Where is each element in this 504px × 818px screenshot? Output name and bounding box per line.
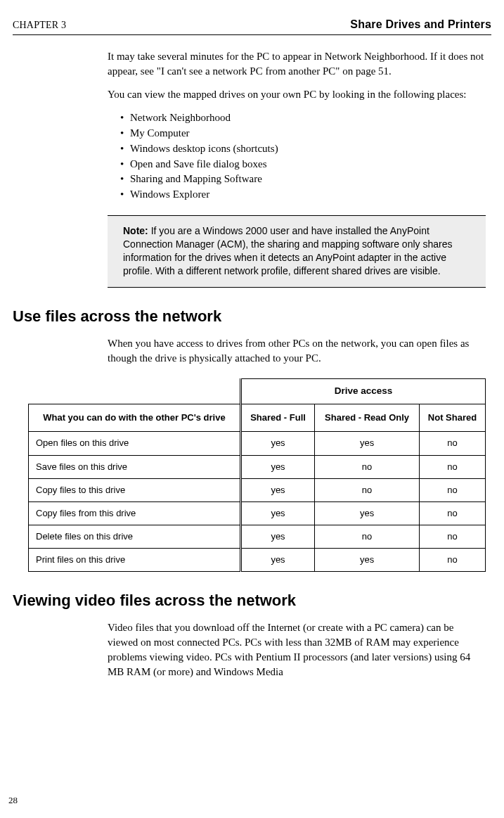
page-number: 28: [8, 794, 18, 807]
page-header: CHAPTER 3 Share Drives and Printers: [13, 17, 491, 35]
table-cell: no: [315, 525, 420, 549]
table-cell: yes: [240, 455, 314, 478]
section2-paragraph: Video files that you download off the In…: [108, 620, 486, 679]
table-row-header-col: What you can do with the other PC's driv…: [29, 404, 241, 432]
table-cell: yes: [240, 549, 314, 572]
table-col-header: Shared - Full: [240, 404, 314, 432]
table-row: Print files on this drive yes yes no: [29, 549, 486, 572]
table-cell: yes: [240, 478, 314, 501]
table-row-label: Copy files to this drive: [29, 478, 241, 501]
list-item: Open and Save file dialog boxes: [120, 157, 486, 172]
table-cell: yes: [240, 432, 314, 455]
intro-block: It may take several minutes for the PC t…: [108, 49, 486, 288]
section1-body: When you have access to drives from othe…: [108, 336, 486, 366]
table-cell: no: [420, 501, 486, 525]
table-cell: no: [420, 432, 486, 455]
section2-body: Video files that you download off the In…: [108, 620, 486, 679]
table-cell: no: [420, 549, 486, 572]
drive-access-table: Drive access What you can do with the ot…: [28, 378, 486, 572]
section-heading-use-files: Use files across the network: [13, 306, 491, 328]
list-item: Windows Explorer: [120, 187, 486, 203]
intro-bullet-list: Network Neighborhood My Computer Windows…: [120, 110, 486, 203]
table-cell: no: [420, 478, 486, 501]
table-cell: yes: [240, 525, 314, 549]
table-row: Copy files from this drive yes yes no: [29, 501, 486, 525]
header-title: Share Drives and Printers: [350, 17, 491, 32]
table-col-header: Not Shared: [420, 404, 486, 432]
table-row: Save files on this drive yes no no: [29, 455, 486, 478]
table-row: Delete files on this drive yes no no: [29, 525, 486, 549]
intro-paragraph-2: You can view the mapped drives on your o…: [108, 87, 486, 102]
table-cell: yes: [315, 501, 420, 525]
drive-access-table-wrap: Drive access What you can do with the ot…: [28, 378, 486, 572]
table-row: Open files on this drive yes yes no: [29, 432, 486, 455]
note-box: Note: If you are a Windows 2000 user and…: [108, 216, 486, 288]
table-corner-empty: [29, 379, 241, 404]
chapter-label: CHAPTER 3: [13, 18, 66, 32]
table-row-label: Delete files on this drive: [29, 525, 241, 549]
table-row: Drive access: [29, 379, 486, 404]
section1-paragraph: When you have access to drives from othe…: [108, 336, 486, 366]
note-container: Note: If you are a Windows 2000 user and…: [108, 215, 486, 288]
table-row: Copy files to this drive yes no no: [29, 478, 486, 501]
note-text: If you are a Windows 2000 user and have …: [123, 225, 452, 276]
section-heading-video-files: Viewing video files across the network: [13, 590, 491, 612]
list-item: Sharing and Mapping Software: [120, 172, 486, 187]
table-row-label: Open files on this drive: [29, 432, 241, 455]
table-cell: yes: [315, 549, 420, 572]
intro-paragraph-1: It may take several minutes for the PC t…: [108, 49, 486, 79]
table-row-label: Copy files from this drive: [29, 501, 241, 525]
list-item: Windows desktop icons (shortcuts): [120, 141, 486, 157]
table-row-label: Print files on this drive: [29, 549, 241, 572]
table-row-label: Save files on this drive: [29, 455, 241, 478]
table-cell: no: [315, 455, 420, 478]
note-label: Note:: [123, 225, 148, 236]
table-cell: yes: [315, 432, 420, 455]
table-row: What you can do with the other PC's driv…: [29, 404, 486, 432]
table-cell: no: [315, 478, 420, 501]
table-cell: yes: [240, 501, 314, 525]
table-group-header: Drive access: [240, 379, 485, 404]
list-item: My Computer: [120, 126, 486, 141]
list-item: Network Neighborhood: [120, 110, 486, 126]
table-cell: no: [420, 525, 486, 549]
table-col-header: Shared - Read Only: [315, 404, 420, 432]
table-cell: no: [420, 455, 486, 478]
